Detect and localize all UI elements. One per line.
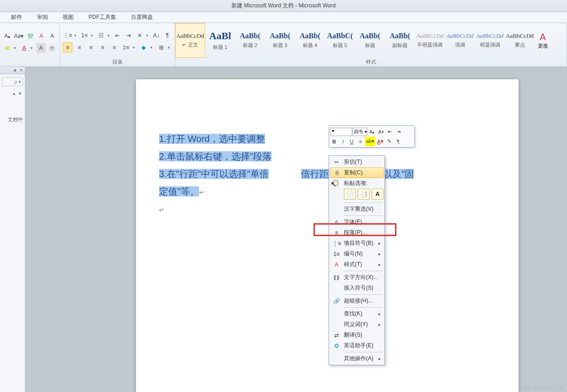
- styles-group-label: 样式: [175, 58, 567, 66]
- style-title[interactable]: AaBb(标题: [355, 23, 385, 58]
- document-area[interactable]: 1.打开 Word，选中要调整 2.单击鼠标右键，选择"段落 3.在"行距"中可…: [25, 67, 567, 392]
- char-shading-button[interactable]: A: [36, 43, 46, 53]
- cm-paste-label: 📋粘贴选项:: [330, 178, 384, 189]
- enclose-char-button[interactable]: ㊥: [47, 43, 57, 53]
- tab-review[interactable]: 审阅: [34, 12, 51, 23]
- mini-shrink-font[interactable]: A▾: [377, 127, 385, 137]
- cm-translate[interactable]: ⇄翻译(S): [330, 330, 384, 340]
- translate-icon: ⇄: [332, 332, 341, 339]
- style-heading2[interactable]: AaBb(标题 2: [235, 23, 265, 58]
- tab-mail[interactable]: 邮件: [8, 12, 25, 23]
- mini-italic[interactable]: I: [339, 137, 347, 146]
- grow-font-button[interactable]: A▴: [3, 31, 12, 41]
- paste-keep-format[interactable]: 📄: [344, 189, 356, 200]
- cm-english-helper[interactable]: ✪英语助手(E): [330, 340, 384, 351]
- cm-other[interactable]: 其他操作(A)▸: [330, 353, 384, 364]
- style-heading3[interactable]: AaBb(标题 3: [265, 23, 295, 58]
- change-case-button[interactable]: Aa▾: [14, 31, 24, 41]
- style-subtle-em[interactable]: AaBbCcDd不明显强调: [415, 23, 445, 58]
- mini-styles[interactable]: ¶: [394, 137, 402, 146]
- style-normal[interactable]: AaBbCcDd↵ 正文: [175, 23, 205, 58]
- cm-font[interactable]: A字体(F)...: [330, 217, 384, 227]
- clear-format-button[interactable]: A: [37, 31, 46, 41]
- mini-grow-font[interactable]: A▴: [368, 127, 376, 137]
- increase-indent-button[interactable]: ⇥: [124, 30, 133, 41]
- mini-font-select[interactable]: ▾: [330, 128, 352, 136]
- justify-button[interactable]: ≡: [98, 42, 107, 53]
- show-marks-button[interactable]: ¶: [163, 30, 172, 41]
- text-line-1[interactable]: 1.打开 Word，选中要调整: [159, 134, 265, 144]
- cm-paragraph[interactable]: ≡段落(P)...: [330, 227, 384, 238]
- align-center-button[interactable]: ≡: [74, 42, 84, 53]
- tab-pdf[interactable]: PDF工具集: [86, 12, 119, 23]
- sort-button[interactable]: A↓: [152, 30, 161, 41]
- style-heading1[interactable]: AaBl标题 1: [205, 23, 235, 58]
- distribute-button[interactable]: ≡: [109, 42, 119, 53]
- shading-button[interactable]: ◆: [139, 42, 148, 53]
- cm-numbering[interactable]: 1≡编号(N)▸: [330, 249, 384, 259]
- style-strong[interactable]: AaBbCcDd要点: [505, 23, 535, 58]
- text-line-2[interactable]: 2.单击鼠标右键，选择"段落: [159, 151, 272, 161]
- mini-underline[interactable]: U: [348, 137, 356, 146]
- nav-close-icon[interactable]: ×: [18, 68, 24, 73]
- font-color-button[interactable]: A: [19, 43, 29, 53]
- mini-bold[interactable]: B: [330, 137, 338, 146]
- tab-view[interactable]: 视图: [60, 12, 77, 23]
- cm-hanzi[interactable]: 汉字重选(V): [330, 204, 384, 214]
- cm-symbol[interactable]: 插入符号(S): [330, 283, 384, 293]
- borders-button[interactable]: ⊞: [156, 42, 166, 53]
- multilevel-button[interactable]: ☷: [96, 30, 106, 41]
- paste-merge[interactable]: 📑: [358, 189, 370, 200]
- cm-hyperlink[interactable]: 🔗超链接(H)...: [330, 296, 384, 306]
- line-spacing-button[interactable]: ‡≡: [121, 42, 131, 53]
- mini-font-color[interactable]: A▾: [376, 137, 384, 146]
- nav-down-icon[interactable]: ▾: [19, 91, 21, 96]
- mini-inc-indent[interactable]: ⇥: [395, 127, 403, 137]
- cm-cut[interactable]: ✂剪切(T): [330, 157, 384, 167]
- style-subtitle[interactable]: AaBb(副标题: [385, 23, 415, 58]
- paragraph-group: ⋮≡▾ 1≡▾ ☷▾ ⇤ ⇥ ✕▾ A↓ ¶ ≡ ≡ ≡ ≡ ≡ ‡≡▾ ◆▾ …: [60, 23, 175, 66]
- mini-center[interactable]: ≡: [356, 137, 365, 146]
- cm-bullets[interactable]: ⋮≡项目符号(B)▸: [330, 238, 384, 249]
- nav-arrows: ▴ ▾: [0, 89, 25, 98]
- search-icon: ρ ▾: [14, 79, 21, 85]
- cm-copy[interactable]: ⎘复制(C): [330, 167, 384, 178]
- styles-gallery[interactable]: AaBbCcDd↵ 正文 AaBl标题 1 AaBb(标题 2 AaBb(标题 …: [175, 23, 567, 58]
- font-icon: A: [332, 219, 341, 226]
- numbering-button[interactable]: 1≡: [80, 30, 89, 41]
- style-heading4[interactable]: AaBb(标题 4: [295, 23, 325, 58]
- nav-dropdown-icon[interactable]: ▾: [12, 68, 18, 73]
- style-emphasis[interactable]: AaBbCcDd强调: [445, 23, 475, 58]
- char-border-button[interactable]: A: [47, 31, 57, 41]
- align-left-button[interactable]: ≡: [63, 42, 72, 53]
- mini-format-painter[interactable]: ✎: [385, 137, 394, 146]
- cm-text-direction[interactable]: ⟪⟫文字方向(X)...: [330, 272, 384, 283]
- cm-find[interactable]: 查找(K)▸: [330, 309, 384, 319]
- nav-up-icon[interactable]: ▴: [13, 91, 15, 96]
- asian-layout-button[interactable]: ✕: [135, 30, 144, 41]
- submenu-arrow-icon: ▸: [378, 311, 381, 316]
- context-menu: ✂剪切(T) ⎘复制(C) 📋粘贴选项: 📄 📑 A 汉字重选(V) A字体(F…: [329, 155, 385, 365]
- paste-text-only[interactable]: A: [372, 189, 384, 200]
- decrease-indent-button[interactable]: ⇤: [113, 30, 122, 41]
- style-icon: A: [332, 261, 341, 268]
- align-right-button[interactable]: ≡: [86, 42, 96, 53]
- bullets-button[interactable]: ⋮≡: [63, 30, 72, 41]
- text-line-3a[interactable]: 3.在"行距"中可以选择"单倍: [159, 169, 269, 179]
- nav-search-input[interactable]: ρ ▾: [2, 77, 23, 86]
- style-intense-em[interactable]: AaBbCcDd明显强调: [475, 23, 505, 58]
- phonetic-button[interactable]: 變: [26, 31, 35, 41]
- tab-baidu[interactable]: 百度网盘: [128, 12, 156, 23]
- style-heading5[interactable]: AaBbC(标题 5: [325, 23, 355, 58]
- highlight-button[interactable]: ab: [3, 43, 12, 53]
- mini-dec-indent[interactable]: ⇤: [386, 127, 394, 137]
- document-body[interactable]: 1.打开 Word，选中要调整 2.单击鼠标右键，选择"段落 3.在"行距"中可…: [136, 79, 519, 218]
- mini-highlight[interactable]: ab▾: [365, 137, 375, 146]
- text-line-4[interactable]: 定值"等。: [159, 186, 199, 196]
- cm-synonym[interactable]: 同义词(Y)▸: [330, 319, 384, 330]
- cm-style[interactable]: A样式(T)▸: [330, 259, 384, 270]
- navigation-pane: ▾ × ρ ▾ ▴ ▾ 文档中: [0, 67, 25, 392]
- mini-size-select[interactable]: 四号▾: [353, 128, 367, 136]
- paragraph-group-label: 段落: [63, 58, 172, 66]
- change-styles-button[interactable]: A更改: [535, 23, 551, 58]
